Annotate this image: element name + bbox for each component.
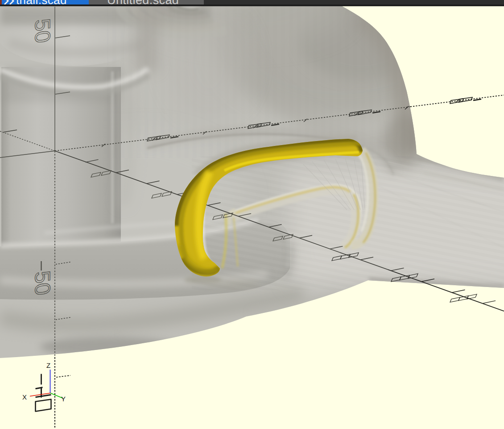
svg-text:Y: Y — [61, 396, 66, 403]
svg-text:X: X — [22, 394, 27, 401]
svg-text:Z: Z — [46, 362, 50, 370]
svg-text:50: 50 — [30, 269, 54, 297]
svg-text:50: 50 — [30, 17, 54, 45]
